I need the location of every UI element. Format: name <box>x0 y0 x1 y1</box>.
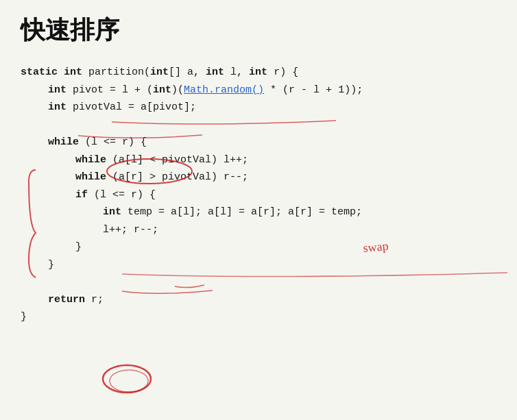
code-line-12: } <box>48 256 496 274</box>
kw-return: return <box>48 291 85 309</box>
normal-if: (l <= r) { <box>88 186 156 204</box>
code-line-10: l++; r--; <box>103 221 496 239</box>
code-line-2: int pivot = l + (int)(Math.random() * (r… <box>48 82 496 99</box>
code-line-9: int temp = a[l]; a[l] = a[r]; a[r] = tem… <box>103 203 496 221</box>
kw-static: static <box>21 64 64 82</box>
code-line-3: int pivotVal = a[pivot]; <box>48 99 496 116</box>
normal-incr: l++; r--; <box>103 221 158 239</box>
normal-temp: temp = a[l]; a[l] = a[r]; a[r] = temp; <box>121 203 362 221</box>
normal-l: l, <box>224 64 249 82</box>
normal-r: r) { <box>267 64 298 82</box>
code-line-4 <box>21 116 496 134</box>
fn-partition: partition( <box>88 64 150 82</box>
normal-while1: (l <= r) { <box>79 134 147 151</box>
normal-close1: } <box>75 238 82 256</box>
kw-int2: int <box>150 64 169 82</box>
normal-close3: } <box>21 308 27 326</box>
normal-while2: (a[l] < pivotVal) l++; <box>106 151 248 169</box>
kw-if: if <box>75 186 88 204</box>
code-line-7: while (a[r] > pivotVal) r--; <box>75 169 496 186</box>
svg-point-2 <box>103 365 151 393</box>
normal-return: r; <box>85 291 104 309</box>
code-line-1: static int partition(int[] a, int l, int… <box>21 64 496 82</box>
normal-pivotval: pivotVal = a[pivot]; <box>67 99 196 116</box>
normal-pivot1: pivot = l + ( <box>67 82 153 99</box>
svg-point-3 <box>110 370 148 392</box>
kw-while1: while <box>48 134 79 151</box>
page: 快速排序 static int partition(int[] a, int l… <box>0 0 517 420</box>
code-line-5: while (l <= r) { <box>48 134 496 151</box>
code-line-13 <box>21 273 496 291</box>
code-line-11: } <box>75 238 496 256</box>
kw-int6: int <box>153 82 171 99</box>
code-line-8: if (l <= r) { <box>75 186 496 204</box>
kw-int7: int <box>48 99 67 116</box>
code-line-15: } <box>21 308 496 326</box>
kw-int5: int <box>48 82 67 99</box>
kw-int8: int <box>103 203 121 221</box>
kw-while2: while <box>75 151 106 169</box>
normal-while3: (a[r] > pivotVal) r--; <box>106 169 248 186</box>
kw-while3: while <box>75 169 106 186</box>
link-math: Math.random() <box>184 82 264 99</box>
normal-arr: [] a, <box>169 64 206 82</box>
code-block: static int partition(int[] a, int l, int… <box>21 64 496 326</box>
page-title: 快速排序 <box>21 14 496 47</box>
normal-close2: } <box>48 256 54 274</box>
kw-int3: int <box>206 64 224 82</box>
code-line-14: return r; <box>48 291 496 309</box>
normal-paren: )( <box>171 82 184 99</box>
code-line-6: while (a[l] < pivotVal) l++; <box>75 151 496 169</box>
kw-int4: int <box>249 64 267 82</box>
kw-int1: int <box>64 64 88 82</box>
normal-pivot2: * (r - l + 1)); <box>264 82 363 99</box>
